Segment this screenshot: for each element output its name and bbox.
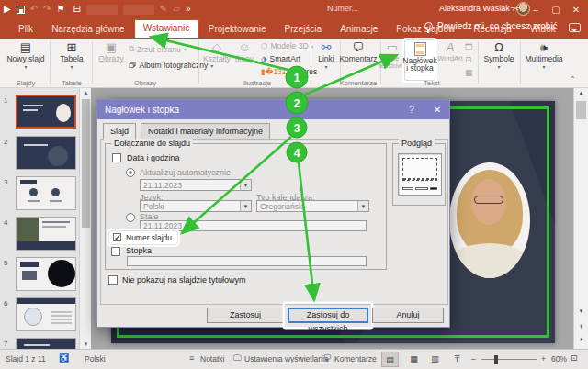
start-slideshow-icon[interactable]: ▶ <box>4 2 11 17</box>
layout-icon[interactable]: ⊟ <box>73 2 80 17</box>
redo-icon[interactable]: ↷ <box>43 2 51 17</box>
3d-models-button[interactable]: ⬡ Modele 3D▾ <box>261 41 314 50</box>
font-size-box[interactable] <box>123 5 154 15</box>
previous-slide-icon[interactable]: ⇞ <box>575 321 587 331</box>
photo-album-button[interactable]: 🗇 Album fotograficzny▾ <box>129 61 213 70</box>
zoom-out-button[interactable]: – <box>471 354 476 363</box>
footer-checkbox[interactable] <box>111 247 120 256</box>
date-time-insert-icon[interactable]: 🗔 <box>465 42 473 51</box>
tab-animacje[interactable]: Animacje <box>331 21 387 37</box>
tab-projektowanie[interactable]: Projektowanie <box>199 21 276 37</box>
screenshot-button[interactable]: ⧉ Zrzut ekranu▾ <box>129 44 187 54</box>
maximize-button[interactable]: ▢ <box>546 0 566 18</box>
slide-thumbnail-2[interactable] <box>16 136 76 170</box>
slide-thumbnail-4[interactable] <box>16 217 76 251</box>
zoom-in-button[interactable]: + <box>541 354 546 363</box>
display-settings-button[interactable]: Ustawienia wyświetlania <box>244 354 329 363</box>
normal-view-button[interactable]: ▤ <box>381 352 399 367</box>
chevron-down-icon[interactable]: ▼ <box>357 201 368 211</box>
canvas-scrollbar[interactable]: ▲ ▼ ⇞ ⇟ <box>573 88 588 349</box>
date-time-checkbox[interactable] <box>112 153 121 162</box>
chevron-down-icon[interactable]: ▼ <box>240 180 251 190</box>
slide-thumbnail-1[interactable] <box>16 95 76 129</box>
language-combobox[interactable]: Polski▼ <box>140 200 252 212</box>
qat-more-icon[interactable]: » <box>186 2 191 17</box>
thumbnail-scrollbar[interactable]: ▲ ▼ <box>79 88 91 349</box>
new-slide-button[interactable]: ▤ Nowy slajd▾ <box>6 40 46 71</box>
slide-number-insert-icon[interactable]: ⊡ <box>465 55 471 64</box>
slide-thumbnail-5[interactable] <box>16 257 76 291</box>
dialog-titlebar[interactable]: Nagłówek i stopka <box>97 100 449 119</box>
close-button[interactable]: ✕ <box>566 0 586 18</box>
scroll-down-icon[interactable]: ▼ <box>80 341 92 347</box>
fit-to-window-icon[interactable]: ⊡ <box>571 353 578 363</box>
fixed-date-field[interactable]: 21.11.2023 <box>140 220 367 231</box>
slide-thumbnail-3[interactable] <box>16 176 76 210</box>
zoom-slider-thumb[interactable] <box>494 355 498 364</box>
next-slide-icon[interactable]: ⇟ <box>575 334 587 344</box>
scrollbar-thumb[interactable] <box>576 101 586 119</box>
links-button[interactable]: ⚯ Linki▾ <box>313 40 339 71</box>
tab-przejscia[interactable]: Przejścia <box>276 21 332 37</box>
slide-sorter-view-button[interactable]: ▦ <box>405 352 423 367</box>
slideshow-view-button[interactable]: ₸ <box>448 352 466 367</box>
symbols-button[interactable]: Ω Symbole▾ <box>481 40 517 71</box>
dialog-help-button[interactable]: ? <box>400 100 424 119</box>
auto-date-combobox[interactable]: 21.11.2023▼ <box>140 179 252 191</box>
shape-icon[interactable]: ▱ <box>173 2 180 17</box>
icons-button[interactable]: ☺ Ikony <box>232 40 257 63</box>
scroll-up-icon[interactable]: ▲ <box>575 88 587 97</box>
scroll-down-icon[interactable]: ▼ <box>575 307 587 316</box>
dialog-tab-notatki[interactable]: Notatki i materiały informacyjne <box>141 123 270 140</box>
zoom-slider[interactable] <box>481 359 537 360</box>
pictures-button[interactable]: ▣ Obrazy <box>96 40 127 63</box>
collapse-ribbon-icon[interactable]: ⌃ <box>570 75 576 84</box>
text-box-button[interactable]: ▭ Pole tekstowe <box>382 40 402 71</box>
slide-number-checkbox[interactable] <box>113 233 121 241</box>
smartart-button[interactable]: ⬗ SmartArt <box>261 54 300 63</box>
minimize-button[interactable]: – <box>526 0 546 18</box>
slide-thumbnail-7[interactable] <box>16 338 76 349</box>
scroll-up-icon[interactable]: ▲ <box>80 90 92 95</box>
scrollbar-thumb[interactable] <box>82 99 90 228</box>
save-icon[interactable] <box>17 6 25 14</box>
update-auto-radio[interactable] <box>126 168 135 177</box>
dont-show-title-checkbox[interactable] <box>108 275 118 285</box>
tell-me-box[interactable]: Powiedz mi, co chcesz zrobić <box>424 21 558 31</box>
cancel-button[interactable]: Anuluj <box>372 308 444 323</box>
apply-all-button[interactable]: Zastosuj do wszystkich <box>288 308 368 323</box>
table-button[interactable]: ⊞ Tabela▾ <box>53 40 90 71</box>
tab-wstawianie[interactable]: Wstawianie <box>134 19 199 38</box>
format-painter-icon[interactable]: ✎ <box>160 2 167 17</box>
flag-icon[interactable]: ⚑▾ <box>56 2 67 17</box>
share-comment-icon[interactable] <box>569 23 581 32</box>
chevron-down-icon[interactable]: ▼ <box>240 201 251 211</box>
media-button[interactable]: 🕪 Multimedia▾ <box>522 40 566 71</box>
notes-toggle[interactable]: Notatki <box>200 354 224 363</box>
object-insert-icon[interactable]: ▦ <box>465 68 472 77</box>
tab-plik[interactable]: Plik <box>9 21 42 37</box>
dialog-tab-slajd[interactable]: Slajd <box>103 123 136 140</box>
ribbon-display-options-icon[interactable]: ⌤ <box>505 0 526 18</box>
header-footer-button[interactable]: Nagłówek i stopka <box>404 39 435 81</box>
undo-icon[interactable]: ↶ <box>30 2 38 17</box>
footer-field[interactable] <box>127 256 367 266</box>
reading-view-button[interactable]: ▥ <box>426 352 444 367</box>
dialog-close-button[interactable]: ✕ <box>425 100 449 119</box>
account-name[interactable]: Aleksandra Wasiak <box>439 4 510 13</box>
fixed-date-radio[interactable] <box>126 213 135 222</box>
wordart-button[interactable]: A WordArt <box>437 40 463 62</box>
tab-narzedzia-glowne[interactable]: Narzędzia główne <box>42 21 134 37</box>
accessibility-icon[interactable]: ♿ <box>59 353 69 363</box>
slide-counter[interactable]: Slajd 1 z 11 <box>6 354 46 363</box>
apply-button[interactable]: Zastosuj <box>207 308 284 323</box>
zoom-level[interactable]: 60% <box>551 354 567 363</box>
slide-thumbnail-6[interactable] <box>16 297 76 331</box>
calendar-type-combobox[interactable]: Gregoriański▼ <box>256 200 369 212</box>
language-status[interactable]: Polski <box>85 354 106 363</box>
shapes-button[interactable]: ◇ Kształty <box>202 40 232 63</box>
chart-button[interactable]: ▮�131; Wykres <box>261 67 317 76</box>
comments-toggle[interactable]: Komentarze <box>334 354 377 363</box>
comment-button[interactable]: 🗩 Komentarz <box>343 40 374 63</box>
font-name-box[interactable] <box>86 5 118 15</box>
